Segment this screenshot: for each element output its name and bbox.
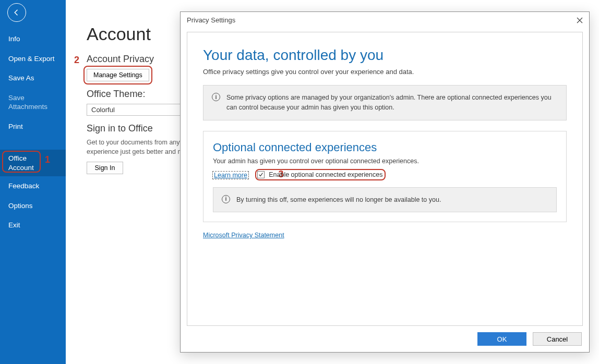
dialog-subtext: Office privacy settings give you control… <box>203 68 567 76</box>
sidebar-item-save-as[interactable]: Save As <box>0 68 66 88</box>
admin-info-text: Some privacy options are managed by your… <box>226 94 552 111</box>
enable-optional-label: Enable optional connected experiences <box>269 171 382 178</box>
optional-experiences-card: Optional connected experiences Your admi… <box>203 131 567 223</box>
dialog-close-button[interactable] <box>573 14 586 27</box>
optional-experiences-head: Optional connected experiences <box>213 141 557 154</box>
sign-in-button[interactable]: Sign In <box>87 162 123 174</box>
sidebar-item-office-account[interactable]: Office Account 1 <box>0 150 66 176</box>
turn-off-info-text: By turning this off, some experiences wi… <box>236 196 441 203</box>
sidebar-item-print[interactable]: Print <box>0 117 66 137</box>
dialog-title-text: Privacy Settings <box>187 16 235 24</box>
dialog-content: Your data, controlled by you Office priv… <box>187 32 583 326</box>
privacy-settings-dialog: Privacy Settings Your data, controlled b… <box>180 11 590 353</box>
dialog-button-row: OK Cancel <box>477 332 582 346</box>
annotation-highlight-1 <box>2 151 41 173</box>
learn-more-link[interactable]: Learn more <box>213 172 248 179</box>
arrow-left-icon <box>12 8 21 17</box>
info-icon: i <box>212 93 220 101</box>
manage-settings-button[interactable]: Manage Settings <box>87 69 149 81</box>
enable-optional-checkbox[interactable] <box>257 171 265 178</box>
optional-experiences-desc: Your admin has given you control over op… <box>213 157 557 165</box>
annotation-number-2: 2 <box>74 55 79 66</box>
sidebar-item-save-attachments: Save Attachments <box>0 88 66 117</box>
ok-button[interactable]: OK <box>477 332 526 346</box>
info-icon: i <box>222 195 230 203</box>
back-button[interactable] <box>7 3 26 22</box>
dialog-heading: Your data, controlled by you <box>203 47 567 64</box>
close-icon <box>577 17 583 23</box>
sidebar-item-feedback[interactable]: Feedback <box>0 176 66 196</box>
dialog-title-bar: Privacy Settings <box>181 12 589 29</box>
sidebar-item-exit[interactable]: Exit <box>0 215 66 235</box>
app-root: Info Open & Export Save As Save Attachme… <box>0 0 599 364</box>
privacy-statement-link[interactable]: Microsoft Privacy Statement <box>203 232 284 239</box>
check-icon <box>258 172 263 177</box>
turn-off-info-box: i By turning this off, some experiences … <box>213 187 557 213</box>
annotation-number-1: 1 <box>45 154 50 166</box>
admin-info-box: i Some privacy options are managed by yo… <box>203 85 567 120</box>
backstage-sidebar: Info Open & Export Save As Save Attachme… <box>0 0 66 364</box>
sidebar-item-open-export[interactable]: Open & Export <box>0 49 66 69</box>
sidebar-item-info[interactable]: Info <box>0 29 66 49</box>
cancel-button[interactable]: Cancel <box>533 332 582 346</box>
sidebar-item-options[interactable]: Options <box>0 196 66 216</box>
